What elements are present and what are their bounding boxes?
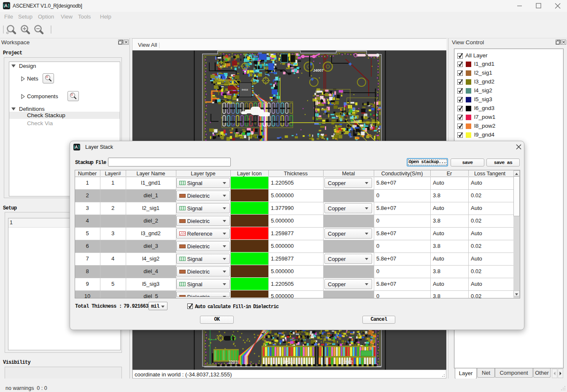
svg-text:J2647: J2647 (284, 360, 295, 365)
svg-text:J4026: J4026 (351, 120, 360, 124)
svg-text:J2010: J2010 (228, 360, 240, 365)
svg-text:B4818: B4818 (242, 89, 248, 91)
svg-text:J1962: J1962 (341, 360, 353, 365)
svg-text:J4007: J4007 (313, 68, 324, 72)
svg-text:55021: 55021 (224, 56, 231, 59)
